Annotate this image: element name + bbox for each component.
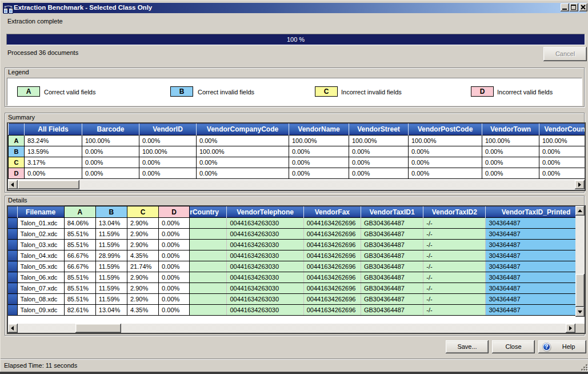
svg-text:?: ? (545, 343, 548, 350)
